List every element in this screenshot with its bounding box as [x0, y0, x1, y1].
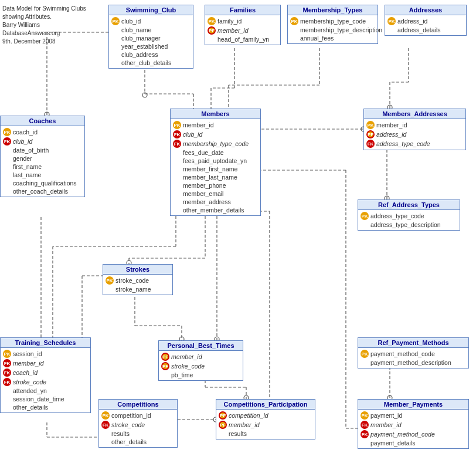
field-label: session_date_time: [13, 395, 64, 403]
field-label: payment_details: [370, 439, 415, 447]
field-other-details: other_details: [3, 403, 88, 411]
badge-fk: FK: [3, 368, 11, 377]
field-club-id-fk2: FK club_id: [173, 130, 258, 139]
field-label: competition_id: [229, 412, 268, 419]
field-membership-type-desc: membership_type_description: [290, 26, 375, 34]
badge-fk: FK: [173, 130, 181, 138]
field-comp-stroke-code: FK stroke_code: [101, 420, 175, 430]
info-box: Data Model for Swimming Clubs showing At…: [2, 5, 86, 46]
field-pbt-member-id: PF member_id: [161, 352, 240, 361]
entity-ref-address-types: Ref_Address_Types PK address_type_code a…: [358, 200, 460, 231]
entity-competitions-participation: Competitions_Participation PF competitio…: [216, 399, 315, 439]
field-session-datetime: session_date_time: [3, 395, 88, 403]
field-address-details: address_details: [387, 26, 464, 34]
entity-body-ref-address-types: PK address_type_code address_type_descri…: [358, 210, 460, 230]
info-line-1: Data Model for Swimming Clubs: [2, 5, 86, 13]
info-line-2: showing Attributes.: [2, 13, 86, 21]
badge-fk: FK: [3, 378, 11, 386]
entity-header-member-payments: Member_Payments: [358, 400, 468, 410]
entity-families: Families PK family_id PF member_id head_…: [205, 5, 281, 45]
badge-pk: PK: [173, 121, 181, 129]
field-label: club_id: [183, 131, 202, 138]
field-ts-member-id: FK member_id: [3, 359, 88, 368]
field-annual-fees: annual_fees: [290, 34, 375, 42]
entity-body-strokes: PK stroke_code stroke_name: [103, 275, 172, 295]
field-address-id: PK address_id: [387, 16, 464, 26]
badge-pkfk: PF: [161, 362, 169, 370]
entity-body-families: PK family_id PF member_id head_of_family…: [205, 15, 280, 45]
field-comp-other-details: other_details: [101, 438, 175, 446]
field-member-id-pk: PK member_id: [173, 120, 258, 130]
field-label: stroke_code: [115, 277, 149, 284]
info-line-3: Barry Williams: [2, 21, 86, 29]
field-label: club_id: [13, 138, 32, 145]
field-label: address_details: [397, 26, 441, 33]
field-fees-paid: fees_paid_uptodate_yn: [173, 157, 258, 165]
field-coach-id: PK coach_id: [3, 127, 82, 137]
badge-fk: FK: [173, 140, 181, 148]
field-member-first: member_first_name: [173, 165, 258, 173]
entity-header-coaches: Coaches: [1, 116, 84, 126]
badge-pkfk: PF: [366, 130, 375, 138]
entity-ref-payment-methods: Ref_Payment_Methods PK payment_method_co…: [358, 337, 469, 368]
field-label: coach_id: [13, 369, 38, 376]
entity-body-training-schedules: PK session_id FK member_id FK coach_id F…: [1, 348, 90, 412]
entity-header-addresses: Addresses: [385, 5, 466, 15]
field-rat-code: PK address_type_code: [361, 211, 457, 221]
field-label: session_id: [13, 350, 42, 357]
badge-pk: PK: [366, 121, 375, 129]
badge-pk: PK: [106, 276, 114, 285]
field-label: payment_method_code: [370, 350, 435, 357]
field-label: fees_paid_uptodate_yn: [183, 157, 247, 164]
field-label: member_id: [183, 121, 214, 129]
entity-coaches: Coaches PK coach_id FK club_id date_of_b…: [0, 116, 85, 197]
field-label: year_established: [121, 43, 168, 50]
badge-pkfk: PF: [219, 421, 227, 429]
field-label: member_phone: [183, 182, 226, 189]
field-label: address_type_description: [370, 221, 441, 228]
field-label: club_name: [121, 26, 151, 33]
field-label: member_first_name: [183, 165, 237, 173]
field-label: payment_id: [370, 412, 402, 419]
field-coaching-quals: coaching_qualifications: [3, 179, 82, 187]
field-last-name: last_name: [3, 171, 82, 179]
field-fees-due: fees_due_date: [173, 148, 258, 157]
field-label: date_of_birth: [13, 147, 49, 154]
field-head-of-family: head_of_family_yn: [208, 35, 278, 43]
field-mp-payment-method: FK payment_method_code: [361, 430, 466, 439]
entity-members: Members PK member_id FK club_id FK membe…: [170, 109, 261, 216]
field-label: gender: [13, 155, 32, 162]
field-label: membership_type_code: [183, 140, 249, 147]
field-member-email: member_email: [173, 190, 258, 198]
field-membership-type-fk: FK membership_type_code: [173, 139, 258, 148]
badge-pk: PK: [3, 128, 11, 136]
entity-header-ref-address-types: Ref_Address_Types: [358, 200, 460, 210]
field-label: membership_type_description: [300, 26, 382, 33]
field-label: address_type_code: [370, 212, 424, 219]
field-label: other_details: [111, 438, 147, 445]
field-label: pb_time: [171, 371, 193, 378]
info-line-5: 9th. December 2008: [2, 38, 86, 46]
field-label: member_id: [376, 121, 407, 129]
field-rpm-code: PK payment_method_code: [361, 349, 466, 359]
entity-members-addresses: Members_Addresses PK member_id PF addres…: [363, 109, 466, 150]
field-label: competition_id: [111, 412, 151, 419]
field-label: stroke_name: [115, 286, 151, 293]
field-session-id: PK session_id: [3, 349, 88, 359]
field-label: coach_id: [13, 129, 38, 136]
field-label: member_id: [370, 421, 402, 428]
badge-fk: FK: [361, 421, 369, 429]
field-member-id: PF member_id: [208, 26, 278, 35]
entity-body-competitions: PK competition_id FK stroke_code results…: [99, 410, 177, 447]
field-label: club_manager: [121, 35, 161, 42]
field-mp-payment-details: payment_details: [361, 439, 466, 447]
info-line-4: DatabaseAnswers.org: [2, 29, 86, 38]
entity-body-ref-payment-methods: PK payment_method_code payment_method_de…: [358, 348, 468, 368]
entity-header-swimming-club: Swimming_Club: [109, 5, 193, 15]
entity-body-personal-best-times: PF member_id PF stroke_code pb_time: [159, 351, 243, 380]
field-club-id-fk: FK club_id: [3, 137, 82, 146]
field-attended-yn: attended_yn: [3, 387, 88, 395]
field-label: first_name: [13, 163, 42, 170]
field-membership-type-code: PK membership_type_code: [290, 16, 375, 26]
field-label: membership_type_code: [300, 18, 366, 25]
